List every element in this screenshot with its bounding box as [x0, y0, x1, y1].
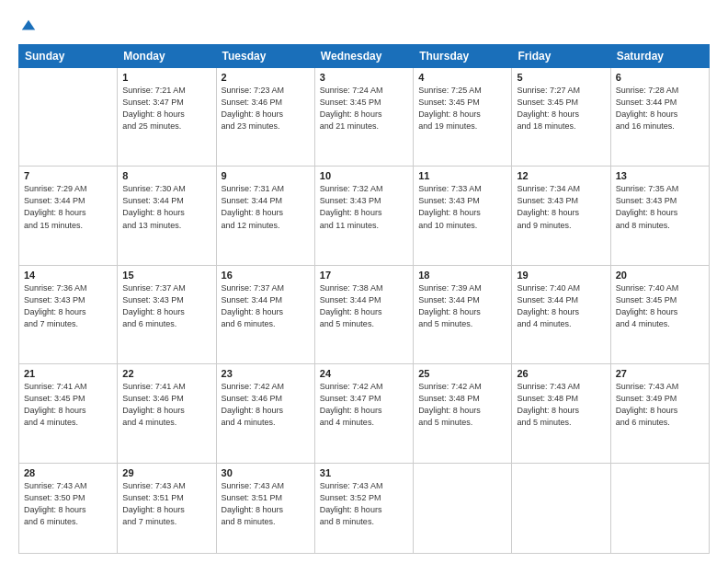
- calendar-cell: 2Sunrise: 7:23 AM Sunset: 3:46 PM Daylig…: [216, 68, 314, 167]
- day-info: Sunrise: 7:43 AM Sunset: 3:51 PM Dayligh…: [122, 480, 210, 528]
- header: [18, 17, 710, 35]
- calendar-cell: 31Sunrise: 7:43 AM Sunset: 3:52 PM Dayli…: [314, 463, 413, 554]
- day-number: 4: [418, 72, 506, 83]
- day-info: Sunrise: 7:35 AM Sunset: 3:43 PM Dayligh…: [616, 183, 704, 231]
- day-info: Sunrise: 7:23 AM Sunset: 3:46 PM Dayligh…: [222, 85, 310, 132]
- calendar-cell: 15Sunrise: 7:37 AM Sunset: 3:43 PM Dayli…: [118, 265, 216, 363]
- day-info: Sunrise: 7:43 AM Sunset: 3:48 PM Dayligh…: [517, 381, 605, 429]
- day-info: Sunrise: 7:34 AM Sunset: 3:43 PM Dayligh…: [517, 183, 605, 231]
- day-info: Sunrise: 7:41 AM Sunset: 3:46 PM Dayligh…: [122, 381, 210, 429]
- day-info: Sunrise: 7:32 AM Sunset: 3:43 PM Dayligh…: [320, 183, 408, 231]
- day-info: Sunrise: 7:28 AM Sunset: 3:44 PM Dayligh…: [616, 85, 704, 132]
- day-info: Sunrise: 7:43 AM Sunset: 3:49 PM Dayligh…: [616, 381, 704, 429]
- day-number: 29: [122, 467, 210, 478]
- calendar-cell: 5Sunrise: 7:27 AM Sunset: 3:45 PM Daylig…: [512, 68, 610, 167]
- day-number: 11: [418, 170, 506, 181]
- day-info: Sunrise: 7:36 AM Sunset: 3:43 PM Dayligh…: [24, 282, 112, 330]
- day-info: Sunrise: 7:43 AM Sunset: 3:50 PM Dayligh…: [24, 480, 112, 528]
- calendar-cell: 10Sunrise: 7:32 AM Sunset: 3:43 PM Dayli…: [314, 167, 413, 265]
- day-info: Sunrise: 7:24 AM Sunset: 3:45 PM Dayligh…: [320, 85, 408, 132]
- day-number: 7: [24, 170, 112, 181]
- day-info: Sunrise: 7:39 AM Sunset: 3:44 PM Dayligh…: [418, 282, 506, 330]
- calendar-cell: 29Sunrise: 7:43 AM Sunset: 3:51 PM Dayli…: [118, 463, 216, 554]
- calendar-cell: 16Sunrise: 7:37 AM Sunset: 3:44 PM Dayli…: [216, 265, 314, 363]
- day-info: Sunrise: 7:43 AM Sunset: 3:51 PM Dayligh…: [222, 480, 310, 528]
- calendar-cell: 26Sunrise: 7:43 AM Sunset: 3:48 PM Dayli…: [512, 364, 610, 463]
- day-number: 12: [517, 170, 605, 181]
- day-info: Sunrise: 7:37 AM Sunset: 3:43 PM Dayligh…: [122, 282, 210, 330]
- day-info: Sunrise: 7:31 AM Sunset: 3:44 PM Dayligh…: [222, 183, 310, 231]
- day-number: 16: [222, 270, 310, 281]
- day-info: Sunrise: 7:42 AM Sunset: 3:46 PM Dayligh…: [222, 381, 310, 429]
- calendar-cell: [610, 463, 709, 554]
- logo-icon: [20, 18, 37, 35]
- day-info: Sunrise: 7:30 AM Sunset: 3:44 PM Dayligh…: [122, 183, 210, 231]
- day-number: 18: [418, 270, 506, 281]
- calendar-cell: 6Sunrise: 7:28 AM Sunset: 3:44 PM Daylig…: [610, 68, 709, 167]
- calendar-cell: 18Sunrise: 7:39 AM Sunset: 3:44 PM Dayli…: [414, 265, 512, 363]
- calendar-cell: 14Sunrise: 7:36 AM Sunset: 3:43 PM Dayli…: [19, 265, 118, 363]
- calendar-week-4: 21Sunrise: 7:41 AM Sunset: 3:45 PM Dayli…: [19, 364, 710, 463]
- calendar-page: SundayMondayTuesdayWednesdayThursdayFrid…: [0, 0, 728, 563]
- day-info: Sunrise: 7:33 AM Sunset: 3:43 PM Dayligh…: [418, 183, 506, 231]
- day-number: 15: [122, 270, 210, 281]
- calendar-week-5: 28Sunrise: 7:43 AM Sunset: 3:50 PM Dayli…: [19, 463, 710, 554]
- day-number: 21: [24, 368, 112, 379]
- calendar-header-tuesday: Tuesday: [216, 45, 314, 68]
- day-number: 26: [517, 368, 605, 379]
- calendar-header-sunday: Sunday: [19, 45, 118, 68]
- day-info: Sunrise: 7:43 AM Sunset: 3:52 PM Dayligh…: [320, 480, 408, 528]
- calendar-header-thursday: Thursday: [414, 45, 512, 68]
- day-number: 8: [122, 170, 210, 181]
- day-number: 17: [320, 270, 408, 281]
- day-info: Sunrise: 7:21 AM Sunset: 3:47 PM Dayligh…: [122, 85, 210, 132]
- day-number: 14: [24, 270, 112, 281]
- logo-text: [18, 17, 37, 35]
- day-number: 23: [222, 368, 310, 379]
- calendar-week-1: 1Sunrise: 7:21 AM Sunset: 3:47 PM Daylig…: [19, 68, 710, 167]
- calendar-cell: 22Sunrise: 7:41 AM Sunset: 3:46 PM Dayli…: [118, 364, 216, 463]
- day-number: 6: [616, 72, 704, 83]
- calendar-table: SundayMondayTuesdayWednesdayThursdayFrid…: [18, 44, 710, 554]
- day-number: 27: [616, 368, 704, 379]
- calendar-cell: 24Sunrise: 7:42 AM Sunset: 3:47 PM Dayli…: [314, 364, 413, 463]
- day-number: 10: [320, 170, 408, 181]
- calendar-cell: 21Sunrise: 7:41 AM Sunset: 3:45 PM Dayli…: [19, 364, 118, 463]
- calendar-cell: 20Sunrise: 7:40 AM Sunset: 3:45 PM Dayli…: [610, 265, 709, 363]
- day-number: 28: [24, 467, 112, 478]
- day-info: Sunrise: 7:29 AM Sunset: 3:44 PM Dayligh…: [24, 183, 112, 231]
- calendar-header-saturday: Saturday: [610, 45, 709, 68]
- day-number: 22: [122, 368, 210, 379]
- calendar-cell: 1Sunrise: 7:21 AM Sunset: 3:47 PM Daylig…: [118, 68, 216, 167]
- day-number: 25: [418, 368, 506, 379]
- calendar-cell: 30Sunrise: 7:43 AM Sunset: 3:51 PM Dayli…: [216, 463, 314, 554]
- calendar-cell: 3Sunrise: 7:24 AM Sunset: 3:45 PM Daylig…: [314, 68, 413, 167]
- calendar-cell: 27Sunrise: 7:43 AM Sunset: 3:49 PM Dayli…: [610, 364, 709, 463]
- day-info: Sunrise: 7:25 AM Sunset: 3:45 PM Dayligh…: [418, 85, 506, 132]
- day-number: 1: [122, 72, 210, 83]
- day-number: 20: [616, 270, 704, 281]
- day-number: 5: [517, 72, 605, 83]
- calendar-cell: 7Sunrise: 7:29 AM Sunset: 3:44 PM Daylig…: [19, 167, 118, 265]
- svg-marker-0: [22, 20, 35, 30]
- calendar-week-3: 14Sunrise: 7:36 AM Sunset: 3:43 PM Dayli…: [19, 265, 710, 363]
- day-info: Sunrise: 7:42 AM Sunset: 3:48 PM Dayligh…: [418, 381, 506, 429]
- calendar-cell: [414, 463, 512, 554]
- day-number: 24: [320, 368, 408, 379]
- calendar-cell: 9Sunrise: 7:31 AM Sunset: 3:44 PM Daylig…: [216, 167, 314, 265]
- calendar-cell: [512, 463, 610, 554]
- calendar-cell: 23Sunrise: 7:42 AM Sunset: 3:46 PM Dayli…: [216, 364, 314, 463]
- calendar-cell: 11Sunrise: 7:33 AM Sunset: 3:43 PM Dayli…: [414, 167, 512, 265]
- calendar-cell: 25Sunrise: 7:42 AM Sunset: 3:48 PM Dayli…: [414, 364, 512, 463]
- calendar-header-row: SundayMondayTuesdayWednesdayThursdayFrid…: [19, 45, 710, 68]
- day-number: 30: [222, 467, 310, 478]
- calendar-cell: 4Sunrise: 7:25 AM Sunset: 3:45 PM Daylig…: [414, 68, 512, 167]
- calendar-cell: 28Sunrise: 7:43 AM Sunset: 3:50 PM Dayli…: [19, 463, 118, 554]
- day-info: Sunrise: 7:27 AM Sunset: 3:45 PM Dayligh…: [517, 85, 605, 132]
- calendar-cell: [19, 68, 118, 167]
- calendar-cell: 19Sunrise: 7:40 AM Sunset: 3:44 PM Dayli…: [512, 265, 610, 363]
- calendar-header-friday: Friday: [512, 45, 610, 68]
- day-number: 3: [320, 72, 408, 83]
- day-info: Sunrise: 7:37 AM Sunset: 3:44 PM Dayligh…: [222, 282, 310, 330]
- day-info: Sunrise: 7:42 AM Sunset: 3:47 PM Dayligh…: [320, 381, 408, 429]
